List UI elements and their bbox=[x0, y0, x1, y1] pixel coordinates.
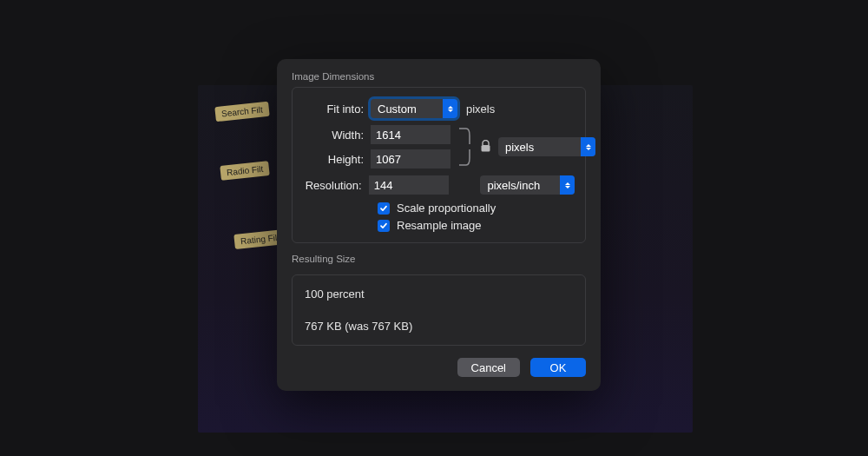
height-input[interactable] bbox=[371, 149, 450, 169]
bg-tag-radio: Radio Filt bbox=[220, 161, 270, 181]
chevron-updown-icon bbox=[560, 175, 575, 195]
bg-tag-search: Search Filt bbox=[214, 102, 269, 122]
resulting-size-label: Resulting Size bbox=[292, 254, 586, 264]
result-filesize: 767 KB (was 767 KB) bbox=[305, 320, 573, 333]
chevron-updown-icon bbox=[581, 137, 595, 156]
size-unit-value: pixels bbox=[505, 141, 534, 154]
width-input[interactable] bbox=[371, 125, 450, 144]
image-dimensions-label: Image Dimensions bbox=[292, 71, 586, 82]
svg-rect-0 bbox=[482, 145, 490, 152]
resolution-label: Resolution: bbox=[303, 179, 369, 192]
scale-proportionally-label: Scale proportionally bbox=[397, 202, 496, 215]
image-dimensions-fieldset: Fit into: Custom pixels Width: Height: bbox=[292, 87, 586, 243]
height-label: Height: bbox=[303, 153, 371, 166]
size-unit-select[interactable]: pixels bbox=[498, 137, 595, 156]
image-size-dialog: Image Dimensions Fit into: Custom pixels… bbox=[277, 59, 601, 391]
ok-button[interactable]: OK bbox=[530, 358, 586, 377]
fit-into-unit: pixels bbox=[466, 102, 495, 116]
resolution-input[interactable] bbox=[369, 175, 449, 195]
resulting-size-box: 100 percent 767 KB (was 767 KB) bbox=[292, 274, 586, 346]
scale-proportionally-checkbox[interactable] bbox=[378, 202, 390, 215]
width-height-block: Width: Height: pixels bbox=[303, 125, 595, 169]
resample-image-checkbox[interactable] bbox=[378, 220, 390, 232]
result-percent: 100 percent bbox=[305, 287, 573, 301]
link-bracket-icon bbox=[457, 125, 473, 169]
chevron-updown-icon bbox=[443, 99, 457, 118]
resolution-unit-value: pixels/inch bbox=[487, 179, 540, 192]
lock-icon[interactable] bbox=[481, 140, 490, 155]
cancel-button[interactable]: Cancel bbox=[457, 358, 520, 377]
width-label: Width: bbox=[303, 129, 371, 142]
fit-into-label: Fit into: bbox=[303, 102, 371, 116]
resample-image-label: Resample image bbox=[397, 219, 482, 232]
resolution-unit-select[interactable]: pixels/inch bbox=[480, 175, 575, 195]
fit-into-select[interactable]: Custom bbox=[371, 99, 457, 118]
fit-into-value: Custom bbox=[378, 102, 417, 116]
